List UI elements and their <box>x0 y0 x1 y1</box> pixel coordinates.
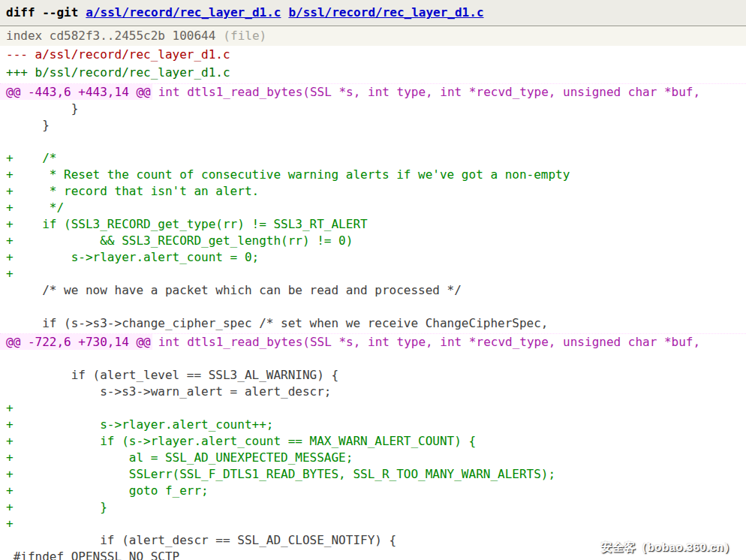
diff-line-add: + <box>0 516 746 532</box>
index-hashes: index cd582f3..2455c2b 100644 <box>6 29 215 43</box>
index-file-note: (file) <box>223 29 266 43</box>
chunk-range: @@ -722,6 +730,14 @@ <box>0 334 152 350</box>
diff-git-prefix: diff --git <box>6 5 78 20</box>
diff-line-add: + s->rlayer.alert_count++; <box>0 417 746 433</box>
diff-line-add: + } <box>0 499 746 516</box>
gitweb-diff-page: { "colors": { "add_line": "#008800", "ct… <box>0 0 746 560</box>
diff-line-ctx <box>0 351 746 367</box>
diff-line-ctx: s->s3->warn_alert = alert_descr; <box>0 384 746 400</box>
diff-line-add: + && SSL3_RECORD_get_length(rr) != 0) <box>0 233 746 249</box>
diff-line-add: + */ <box>0 200 746 216</box>
diff-to-file: +++ b/ssl/record/rec_layer_d1.c <box>0 64 746 82</box>
diff-line-add: + s->rlayer.alert_count = 0; <box>0 249 746 266</box>
diff-line-add: + <box>0 400 746 417</box>
diff-line-ctx: if (s->s3->change_cipher_spec /* set whe… <box>0 315 746 332</box>
chunk-range: @@ -443,6 +443,14 @@ <box>0 84 152 100</box>
diff-line-add: + /* <box>0 150 746 167</box>
site-watermark: 安全客（bobao.360.cn） <box>601 539 735 555</box>
chunk-header: @@ -443,6 +443,14 @@int dtls1_read_bytes… <box>0 83 746 101</box>
diff-line-add: + * record that isn't an alert. <box>0 183 746 200</box>
diff-line-add: + <box>0 266 746 282</box>
chunk-section: int dtls1_read_bytes(SSL *s, int type, i… <box>158 335 700 349</box>
diff-line-ctx: } <box>0 117 746 134</box>
chunk-header: @@ -722,6 +730,14 @@int dtls1_read_bytes… <box>0 333 746 351</box>
diff-line-ctx: } <box>0 101 746 117</box>
diff-line-ctx: /* we now have a packet which can be rea… <box>0 282 746 299</box>
file-a-link[interactable]: a/ssl/record/rec_layer_d1.c <box>86 5 281 20</box>
diff-line-add: + SSLerr(SSL_F_DTLS1_READ_BYTES, SSL_R_T… <box>0 466 746 483</box>
diff-line-add: + if (s->rlayer.alert_count == MAX_WARN_… <box>0 433 746 450</box>
diff-line-ctx <box>0 299 746 315</box>
diff-line-add: + if (SSL3_RECORD_get_type(rr) != SSL3_R… <box>0 216 746 233</box>
diff-git-header: diff --gita/ssl/record/rec_layer_d1.cb/s… <box>0 0 746 26</box>
diff-line-ctx <box>0 134 746 150</box>
diff-index-line: index cd582f3..2455c2b 100644(file) <box>0 26 746 46</box>
diff-line-ctx: if (alert_level == SSL3_AL_WARNING) { <box>0 367 746 384</box>
diff-line-add: + goto f_err; <box>0 483 746 499</box>
diff-line-add: + al = SSL_AD_UNEXPECTED_MESSAGE; <box>0 450 746 466</box>
chunk-section: int dtls1_read_bytes(SSL *s, int type, i… <box>158 85 700 99</box>
diff-from-file: --- a/ssl/record/rec_layer_d1.c <box>0 46 746 64</box>
diff-line-add: + * Reset the count of consecutive warni… <box>0 167 746 183</box>
file-b-link[interactable]: b/ssl/record/rec_layer_d1.c <box>288 5 483 20</box>
diff-hunks: @@ -443,6 +443,14 @@int dtls1_read_bytes… <box>0 83 746 560</box>
